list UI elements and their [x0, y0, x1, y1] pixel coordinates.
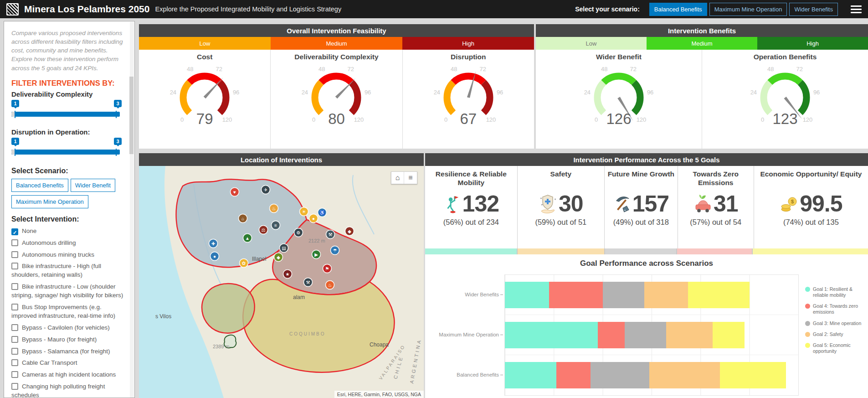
- disruption-slider[interactable]: 1 3: [11, 137, 125, 163]
- map-marker[interactable]: ◆: [345, 227, 354, 236]
- feasibility-panel: Overall Intervention Feasibility Low Med…: [139, 24, 534, 149]
- sidebar-scenario-button-2[interactable]: Wider Benefit: [71, 179, 115, 192]
- header-scenario-button-1[interactable]: Balanced Benefits: [649, 3, 707, 16]
- svg-text:▤: ▤: [282, 246, 286, 251]
- intervention-heading: Select Intervention:: [11, 215, 125, 223]
- climber-flag-icon: [443, 194, 461, 214]
- band-low: Low: [139, 37, 271, 50]
- map-legend-icon[interactable]: ≡: [404, 172, 417, 184]
- deliverability-gauge-value: 80: [271, 110, 402, 128]
- disruption-gauge-value: 67: [403, 110, 534, 128]
- goal-cards-row: Resilience & Reliable Mobility 132 (56%)…: [425, 166, 868, 248]
- intervention-checkbox[interactable]: [11, 336, 18, 343]
- map-marker[interactable]: ☂: [331, 246, 339, 255]
- map-marker[interactable]: ▶: [312, 250, 321, 259]
- svg-text:24: 24: [170, 89, 176, 96]
- map-region-west[interactable]: [202, 284, 255, 333]
- intervention-item[interactable]: Bike infrastructure - Low (shoulder stri…: [11, 283, 125, 300]
- map-marker[interactable]: ♨: [270, 204, 278, 213]
- intervention-checkbox[interactable]: [11, 304, 18, 310]
- svg-text:♨: ♨: [272, 206, 276, 211]
- svg-text:96: 96: [365, 89, 371, 96]
- svg-text:✿: ✿: [242, 261, 246, 266]
- legend-dot: [805, 321, 810, 326]
- intervention-item[interactable]: Bike infrastructure - High (full shoulde…: [11, 262, 125, 279]
- slider-track[interactable]: [11, 112, 120, 117]
- map-marker[interactable]: ♨: [326, 281, 334, 289]
- map-home-icon[interactable]: ⌂: [391, 172, 404, 184]
- chart-legend: Goal 1: Resilient & reliable mobilityGoa…: [805, 274, 868, 396]
- slider-min-handle[interactable]: 1: [11, 100, 19, 107]
- map-marker[interactable]: ✚: [209, 239, 218, 248]
- intervention-item[interactable]: Cable Car Transport: [11, 359, 125, 367]
- svg-text:72: 72: [348, 66, 354, 72]
- intervention-item[interactable]: ✓None: [11, 227, 125, 236]
- intervention-checkbox[interactable]: [11, 383, 18, 390]
- header-scenario-button-3[interactable]: Wider Benefits: [789, 3, 838, 16]
- map-marker[interactable]: ☀: [300, 207, 308, 216]
- map-marker[interactable]: ⚑: [323, 264, 332, 273]
- sidebar-scenario-button-1[interactable]: Balanced Benefits: [11, 179, 68, 192]
- map-label: Choapa: [370, 341, 389, 348]
- gauge-cell-cost: Cost 024487296120 79: [139, 50, 271, 149]
- intervention-item[interactable]: Bypass - Cavilolen (for vehicles): [11, 324, 125, 332]
- svg-text:48: 48: [187, 66, 193, 72]
- map-canvas[interactable]: 2122 mIllapelalams Vilos2389 mCOQUIMBOCh…: [139, 166, 424, 398]
- map-marker[interactable]: ▤: [280, 244, 288, 253]
- deliverability-slider[interactable]: 1 3: [11, 99, 125, 125]
- map-marker[interactable]: ▲: [243, 234, 252, 243]
- intervention-item[interactable]: Cameras at high incident locations: [11, 371, 125, 379]
- intervention-checkbox[interactable]: [11, 283, 18, 290]
- map-marker[interactable]: ✿: [240, 259, 248, 268]
- intervention-item[interactable]: Bypass - Mauro (for freight): [11, 336, 125, 344]
- intervention-checkbox[interactable]: [11, 348, 18, 355]
- map-marker[interactable]: ♿: [318, 208, 327, 217]
- legend-dot: [805, 304, 810, 309]
- map-marker[interactable]: ≡: [272, 221, 280, 230]
- sidebar-scrollbar-thumb[interactable]: [129, 77, 134, 154]
- intervention-checkbox[interactable]: [11, 263, 18, 269]
- intervention-item[interactable]: Bus Stop Improvements (e.g. improved inf…: [11, 303, 125, 320]
- intervention-item[interactable]: Changing high polluting freight schedule…: [11, 382, 125, 398]
- map-marker[interactable]: ★: [283, 270, 292, 279]
- intervention-checkbox[interactable]: [11, 324, 18, 331]
- interventions-map[interactable]: 2122 mIllapelalams Vilos2389 mCOQUIMBOCh…: [139, 166, 424, 398]
- intervention-checkbox[interactable]: [11, 239, 18, 246]
- pickaxe-icon: [613, 194, 631, 214]
- header-scenario-button-2[interactable]: Maximum Mine Operation: [709, 3, 787, 16]
- app-subtitle: Explore the Proposed Integrated Mobility…: [155, 5, 341, 13]
- map-marker[interactable]: ●: [309, 214, 318, 223]
- intervention-checkbox[interactable]: [11, 359, 18, 366]
- map-marker[interactable]: ⚙: [294, 228, 303, 237]
- intervention-item[interactable]: Autonomous drilling: [11, 239, 125, 248]
- map-marker[interactable]: ⚖: [259, 226, 268, 234]
- intervention-item[interactable]: Bypass - Salamanca (for freight): [11, 347, 125, 356]
- hamburger-menu-icon[interactable]: [851, 5, 862, 13]
- svg-text:▲: ▲: [245, 236, 250, 241]
- map-marker[interactable]: ●: [211, 252, 219, 261]
- slider-min-handle[interactable]: 1: [11, 138, 19, 145]
- intervention-checkbox[interactable]: ✓: [11, 228, 18, 235]
- slider-track[interactable]: [11, 150, 120, 155]
- bar-segment: [556, 362, 591, 388]
- map-marker[interactable]: ⌂: [239, 214, 247, 223]
- map-marker[interactable]: ✈: [262, 186, 270, 194]
- intervention-checkbox[interactable]: [11, 251, 18, 258]
- map-marker[interactable]: ⚒: [304, 278, 313, 287]
- sidebar-scrollbar[interactable]: [130, 22, 134, 398]
- strip-mine-growth: [605, 248, 678, 254]
- map-marker[interactable]: ♥: [231, 188, 239, 196]
- map-marker[interactable]: ◆: [274, 253, 283, 262]
- svg-text:0: 0: [761, 116, 764, 123]
- sidebar-scenario-button-3[interactable]: Maximum Mine Operation: [11, 195, 88, 208]
- slider-max-handle[interactable]: 3: [114, 100, 122, 107]
- svg-text:≡: ≡: [274, 223, 277, 228]
- svg-text:120: 120: [222, 116, 232, 123]
- scenario-button-group: Balanced BenefitsMaximum Mine OperationW…: [647, 3, 838, 16]
- legend-dot: [805, 287, 810, 292]
- bar-segment: [591, 362, 649, 388]
- slider-max-handle[interactable]: 3: [114, 138, 122, 145]
- intervention-checkbox[interactable]: [11, 371, 18, 378]
- intervention-item[interactable]: Autonomous mining trucks: [11, 251, 125, 259]
- map-marker[interactable]: ⚒: [326, 230, 335, 239]
